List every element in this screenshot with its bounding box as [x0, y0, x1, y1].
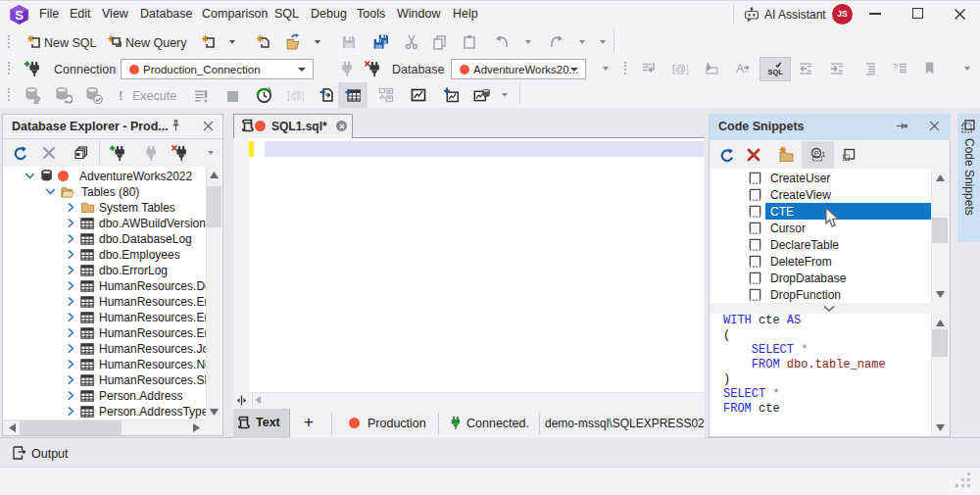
svg-text:1: 1	[821, 150, 826, 159]
svg-text:A: A	[736, 62, 744, 75]
svg-text:SQL: SQL	[768, 68, 784, 76]
svg-text:[@]: [@]	[287, 88, 304, 101]
svg-text:[@]: [@]	[672, 63, 688, 74]
svg-text:?: ?	[893, 62, 898, 72]
svg-text:S: S	[15, 8, 24, 23]
